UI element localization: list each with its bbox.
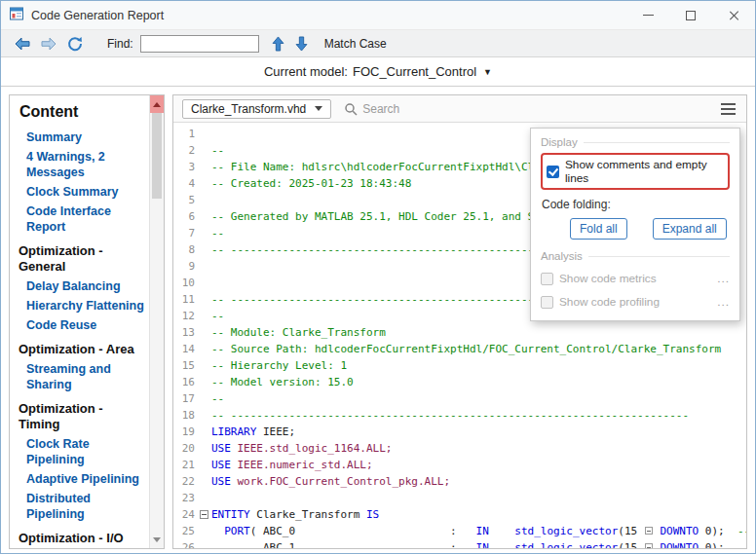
line-number: 5 [173, 192, 199, 208]
line-number: 20 [173, 440, 199, 457]
code-line-25: 25 PORT( ABC_0 : IN std_logic_vector(15 … [173, 523, 746, 539]
code-text: USE IEEE.std_logic_1164.ALL; [211, 440, 392, 457]
code-text: USE work.FOC_Current_Control_pkg.ALL; [211, 473, 450, 490]
fold-all-button[interactable]: Fold all [570, 218, 627, 240]
close-icon [728, 10, 739, 21]
fold-gutter [199, 258, 211, 275]
find-next-button[interactable] [295, 36, 308, 52]
metrics-more-icon: ... [717, 272, 730, 285]
line-number: 1 [173, 126, 199, 142]
match-case-toggle[interactable]: Match Case [324, 37, 387, 51]
forward-button[interactable] [37, 33, 60, 55]
sidebar-item-clock-summary[interactable]: Clock Summary [18, 184, 144, 200]
expand-all-button[interactable]: Expand all [653, 218, 727, 240]
refresh-button[interactable] [63, 33, 87, 55]
line-number: 23 [173, 490, 199, 506]
line-number: 13 [173, 324, 199, 341]
code-text: USE IEEE.numeric_std.ALL; [211, 457, 373, 473]
fold-gutter [199, 126, 211, 142]
find-input[interactable] [140, 35, 259, 53]
code-folding-buttons: Fold all Expand all [570, 218, 730, 240]
sidebar-item-code-interface-report[interactable]: Code Interface Report [18, 203, 144, 235]
sidebar-item-distributed-pipelining[interactable]: Distributed Pipelining [18, 491, 144, 522]
search-icon [344, 102, 358, 116]
code-text: -- [211, 308, 224, 324]
line-number: 7 [173, 225, 199, 241]
inline-fold-icon[interactable] [645, 527, 653, 535]
sidebar-item-code-reuse[interactable]: Code Reuse [18, 317, 144, 333]
show-comments-label: Show comments and empty lines [565, 158, 724, 185]
forward-arrow-icon [40, 37, 57, 51]
scroll-down-button[interactable] [150, 531, 164, 548]
find-label: Find: [107, 37, 133, 51]
chevron-down-icon [315, 106, 322, 111]
content-area: Content Summary4 Warnings, 2 MessagesClo… [1, 87, 755, 553]
code-text: LIBRARY IEEE; [211, 424, 295, 440]
code-line-20: 20USE IEEE.std_logic_1164.ALL; [173, 440, 746, 457]
close-button[interactable] [712, 1, 755, 29]
code-text: PORT( ABC_0 : IN std_logic_vector(15 DOW… [211, 523, 746, 539]
toolbar: Find: Match Case [1, 30, 755, 57]
display-options-menu-button[interactable] [719, 98, 737, 120]
code-line-26: 26 ABC_1 : IN std_logic_vector(15 DOWNTO… [173, 539, 746, 548]
sidebar-item-hierarchy-flattening[interactable]: Hierarchy Flattening [18, 298, 144, 314]
code-panel-header: Clarke_Transform.vhd [173, 95, 746, 123]
fold-gutter [199, 175, 211, 192]
line-number: 6 [173, 208, 199, 225]
show-comments-checkbox[interactable] [547, 166, 559, 178]
show-code-metrics-label: Show code metrics [559, 272, 657, 285]
code-text: -- Model version: 15.0 [211, 374, 354, 390]
code-line-21: 21USE IEEE.numeric_std.ALL; [173, 457, 746, 473]
maximize-button[interactable] [669, 1, 712, 29]
code-text: -- Created: 2025-01-23 18:43:48 [211, 175, 411, 192]
sidebar-title: Content [19, 103, 144, 121]
profiling-more-icon: ... [717, 295, 730, 309]
fold-gutter [199, 291, 211, 308]
fold-toggle-icon[interactable] [199, 506, 211, 523]
code-viewer: 12--3-- File Name: hdlsrc\hdlcoderFocCur… [173, 123, 746, 548]
window-controls [626, 1, 755, 29]
sidebar-header-optimization-timing: Optimization - Timing [18, 401, 144, 432]
sidebar-item-streaming-and-sharing[interactable]: Streaming and Sharing [18, 361, 144, 392]
line-number: 26 [173, 539, 199, 548]
line-number: 8 [173, 241, 199, 258]
current-model-value[interactable]: FOC_Current_Control [353, 64, 476, 79]
code-search-input[interactable] [362, 102, 491, 116]
file-name: Clarke_Transform.vhd [191, 102, 306, 116]
show-code-metrics-row: Show code metrics ... [541, 272, 730, 285]
fold-gutter [199, 308, 211, 324]
current-model-label: Current model: [264, 64, 348, 79]
line-number: 3 [173, 159, 199, 175]
fold-gutter [199, 275, 211, 291]
sidebar-item-4-warnings-2-messages[interactable]: 4 Warnings, 2 Messages [18, 149, 144, 180]
chevron-down-icon[interactable]: ▼ [483, 67, 492, 77]
inline-fold-icon[interactable] [645, 543, 653, 548]
code-line-14: 14-- Source Path: hdlcoderFocCurrentFixp… [173, 341, 746, 357]
sidebar-item-adaptive-pipelining[interactable]: Adaptive Pipelining [18, 471, 144, 487]
sidebar-item-clock-rate-pipelining[interactable]: Clock Rate Pipelining [18, 436, 144, 467]
scroll-up-button[interactable] [150, 95, 164, 113]
back-button[interactable] [11, 33, 34, 55]
back-arrow-icon [14, 37, 31, 51]
code-line-19: 19LIBRARY IEEE; [173, 424, 746, 440]
sidebar-item-summary[interactable]: Summary [18, 129, 144, 145]
line-number: 14 [173, 341, 199, 357]
sidebar-item-delay-balancing[interactable]: Delay Balancing [18, 278, 144, 294]
code-line-13: 13-- Module: Clarke_Transform [173, 324, 746, 341]
scrollbar-thumb[interactable] [152, 113, 162, 199]
fold-gutter [199, 357, 211, 374]
minimize-button[interactable] [626, 1, 669, 29]
fold-gutter [199, 241, 211, 258]
fold-gutter [199, 159, 211, 175]
code-folding-label: Code folding: [542, 198, 730, 211]
fold-gutter [199, 490, 211, 506]
sidebar-scrollbar[interactable] [149, 95, 164, 548]
display-section-header: Display [541, 136, 730, 148]
find-navigation [272, 36, 308, 52]
title-bar: Code Generation Report [1, 1, 755, 30]
code-text: -- [211, 142, 224, 159]
file-selector-dropdown[interactable]: Clarke_Transform.vhd [182, 99, 331, 119]
show-code-profiling-row: Show code profiling ... [541, 295, 730, 309]
line-number: 17 [173, 390, 199, 407]
find-previous-button[interactable] [272, 36, 284, 52]
